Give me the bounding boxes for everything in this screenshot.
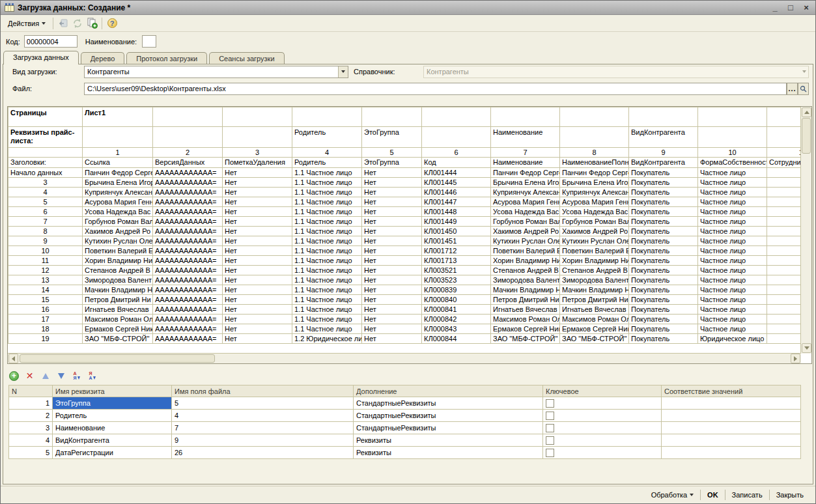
sheet-cell[interactable]: Покупатель <box>629 255 698 265</box>
sheet-cell[interactable]: Нет <box>362 197 422 206</box>
save-button[interactable]: Записать <box>725 489 769 501</box>
sheet-cell[interactable]: Частное лицо <box>698 226 767 236</box>
sheet-cell[interactable] <box>767 107 802 127</box>
scroll-left-icon[interactable] <box>8 354 18 363</box>
sheet-cell[interactable]: Хорин Владимир Ни <box>491 255 560 265</box>
sheet-cell[interactable]: Нет <box>223 294 292 304</box>
copy-new-icon[interactable] <box>85 17 98 30</box>
sheet-header-cell[interactable]: ПометкаУдаления <box>223 158 292 168</box>
sheet-cell[interactable]: Петров Дмитрий Ни <box>83 294 153 304</box>
sheet-cell[interactable]: 1.1 Частное лицо <box>292 226 362 236</box>
sheet-cell[interactable]: КЛ001448 <box>422 206 491 216</box>
sheet-cell[interactable]: Мачкин Владимир Н <box>491 285 560 294</box>
sheet-cell[interactable]: КЛ001445 <box>422 177 491 187</box>
sort-asc-icon[interactable]: АЯ <box>71 371 82 382</box>
sheet-cell[interactable]: Нет <box>223 255 292 265</box>
sheet-header-cell[interactable]: Код <box>422 158 491 168</box>
sheet-cell[interactable]: Нет <box>223 177 292 187</box>
sheet-cell[interactable]: КЛ000843 <box>422 324 491 333</box>
sheet-cell[interactable]: Частное лицо <box>698 314 767 324</box>
sheet-cell[interactable]: Асурова Мария Генн <box>83 197 153 206</box>
sheet-header-cell[interactable]: Сотрудник <box>767 158 802 168</box>
sheet-cell[interactable]: АААААААААААА= <box>153 304 223 314</box>
sheet-cell[interactable]: Зимородова Валент <box>560 275 629 285</box>
sheet-cell[interactable] <box>767 177 802 187</box>
mapping-row[interactable]: 5ДатаРегистрации26Реквизиты <box>9 447 801 459</box>
sheet-cell[interactable]: Асурова Мария Генн <box>560 197 629 206</box>
mapping-field-cell[interactable]: 7 <box>172 422 354 434</box>
sheet-cell[interactable] <box>223 127 292 148</box>
sheet-cell[interactable]: Зимородова Валент <box>83 275 153 285</box>
sheet-cell[interactable]: Кутихин Руслан Оле <box>83 236 153 245</box>
sheet-cell[interactable]: Нет <box>223 265 292 275</box>
vertical-scrollbar[interactable] <box>800 107 811 354</box>
mapping-key-cell[interactable] <box>543 434 662 447</box>
mapping-key-cell[interactable] <box>543 397 662 410</box>
file-path-input[interactable]: C:\Users\user09\Desktop\Контрагенты.xlsx <box>84 83 787 95</box>
move-down-icon[interactable] <box>55 371 66 382</box>
name-input[interactable] <box>142 35 156 48</box>
sheet-cell[interactable]: Покупатель <box>629 285 698 294</box>
actions-menu-button[interactable]: Действия <box>3 17 50 30</box>
sheet-cell[interactable]: Степанов Андрей В <box>560 265 629 275</box>
sheet-cell[interactable]: Нет <box>223 275 292 285</box>
horizontal-scroll-thumb[interactable] <box>20 354 215 363</box>
sheet-cell[interactable]: 1.1 Частное лицо <box>292 255 362 265</box>
sheet-cell[interactable] <box>491 107 560 127</box>
sheet-cell[interactable]: Ермаков Сергей Ник <box>491 324 560 333</box>
sheet-cell[interactable]: Хорин Владимир Ни <box>560 255 629 265</box>
sheet-header-cell[interactable]: Наименование <box>491 158 560 168</box>
sheet-header-cell[interactable]: Родитель <box>292 158 362 168</box>
help-icon[interactable]: ? <box>106 17 119 30</box>
sheet-cell[interactable]: Частное лицо <box>698 265 767 275</box>
sheet-cell[interactable]: Хакимов Андрей Ро <box>491 226 560 236</box>
mapping-extra-cell[interactable]: СтандартныеРеквизиты <box>354 422 543 434</box>
mapping-attr-cell[interactable]: ЭтоГруппа <box>53 397 172 410</box>
sheet-cell[interactable]: Нет <box>362 324 422 333</box>
sheet-cell[interactable]: Нет <box>362 206 422 216</box>
sheet-cell[interactable]: Нет <box>223 314 292 324</box>
sheet-cell[interactable]: Нет <box>223 206 292 216</box>
sheet-cell[interactable]: Частное лицо <box>698 255 767 265</box>
sheet-cell[interactable]: КЛ000840 <box>422 294 491 304</box>
sheet-cell[interactable] <box>767 197 802 206</box>
sheet-cell[interactable]: КЛ001449 <box>422 216 491 226</box>
mapping-key-cell[interactable] <box>543 422 662 434</box>
sheet-cell[interactable]: АААААААААААА= <box>153 167 223 177</box>
sheet-cell[interactable] <box>767 285 802 294</box>
sheet-cell[interactable]: Поветкин Валерий Е <box>560 245 629 255</box>
sheet-cell[interactable]: Хакимов Андрей Ро <box>83 226 153 236</box>
sheet-cell[interactable]: Покупатель <box>629 324 698 333</box>
sheet-cell[interactable] <box>153 107 223 127</box>
tab-derevo[interactable]: Дерево <box>81 52 125 64</box>
sheet-cell[interactable]: 1.1 Частное лицо <box>292 294 362 304</box>
sheet-cell[interactable]: Покупатель <box>629 187 698 197</box>
sheet-cell[interactable] <box>767 206 802 216</box>
tab-seansy-zagruzki[interactable]: Сеансы загрузки <box>209 52 284 64</box>
sheet-cell[interactable]: АААААААААААА= <box>153 285 223 294</box>
sheet-cell[interactable]: Нет <box>223 226 292 236</box>
sheet-cell[interactable]: Нет <box>362 216 422 226</box>
sheet-cell[interactable]: Покупатель <box>629 197 698 206</box>
scroll-right-icon[interactable] <box>791 354 800 363</box>
sheet-cell[interactable]: Игнатьев Вячеслав <box>491 304 560 314</box>
sheet-cell[interactable]: Нет <box>223 245 292 255</box>
sheet-cell[interactable] <box>767 167 802 177</box>
mapping-match-cell[interactable] <box>662 447 801 459</box>
mapping-key-cell[interactable] <box>543 447 662 459</box>
sheet-header-cell[interactable]: НаименованиеПолное <box>560 158 629 168</box>
sheet-cell[interactable] <box>292 107 362 127</box>
sheet-cell[interactable]: Частное лицо <box>698 324 767 333</box>
sheet-cell[interactable]: 1.1 Частное лицо <box>292 177 362 187</box>
sheet-cell[interactable]: Поветкин Валерий Е <box>83 245 153 255</box>
mapping-field-cell[interactable]: 26 <box>172 447 354 459</box>
sheet-cell[interactable]: Юридическое лицо <box>698 333 767 343</box>
sheet-cell[interactable]: КЛ001450 <box>422 226 491 236</box>
sheet-cell[interactable]: АААААААААААА= <box>153 255 223 265</box>
sheet-cell[interactable]: АААААААААААА= <box>153 177 223 187</box>
sheet-cell[interactable]: КЛ001713 <box>422 255 491 265</box>
sheet-header-cell[interactable]: ЭтоГруппа <box>362 158 422 168</box>
sheet-cell[interactable]: Частное лицо <box>698 197 767 206</box>
tab-protokol-zagruzki[interactable]: Протокол загрузки <box>126 52 207 64</box>
sheet-cell[interactable]: Частное лицо <box>698 304 767 314</box>
